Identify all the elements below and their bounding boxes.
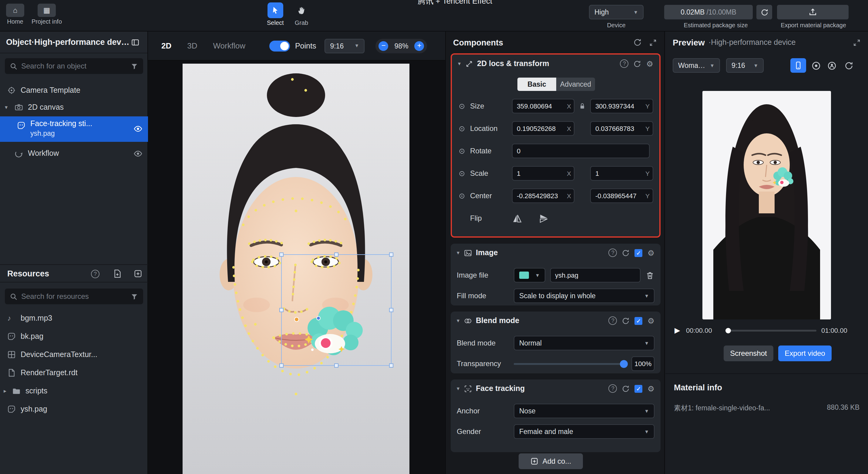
enabled-checkbox[interactable]: ✓ [635, 384, 643, 393]
zoom-in-button[interactable]: + [414, 41, 424, 50]
size-x-input[interactable]: X [512, 99, 575, 113]
resource-item[interactable]: ♪ bgm.mp3 [0, 310, 148, 326]
zoom-out-button[interactable]: − [378, 41, 388, 50]
keyframe-toggle-icon[interactable] [458, 192, 466, 200]
panel-toggle-icon[interactable] [131, 38, 140, 46]
help-icon[interactable]: ? [609, 316, 617, 325]
center-x-input[interactable]: X [512, 189, 575, 203]
home-button[interactable]: ⌂ Home [6, 4, 24, 25]
tab-basic[interactable]: Basic [518, 77, 556, 91]
slider-knob[interactable] [620, 360, 628, 368]
help-icon[interactable]: ? [620, 59, 629, 68]
rotate-input[interactable] [512, 144, 650, 158]
visibility-eye-icon[interactable] [133, 149, 143, 158]
enabled-checkbox[interactable]: ✓ [635, 317, 643, 325]
visibility-eye-icon[interactable] [133, 124, 143, 133]
keyframe-toggle-icon[interactable] [458, 147, 466, 155]
gender-select[interactable]: Female and male ▼ [514, 424, 654, 439]
keyframe-toggle-icon[interactable] [458, 125, 466, 132]
gear-icon[interactable]: ⚙ [648, 248, 654, 257]
tree-item-workflow[interactable]: Workflow [0, 145, 148, 161]
chevron-down-icon[interactable]: ▾ [458, 61, 461, 67]
chevron-down-icon[interactable]: ▾ [457, 250, 460, 256]
project-info-button[interactable]: ▦ Project info [32, 4, 62, 25]
center-y-input[interactable]: Y [590, 189, 653, 203]
flip-vertical-icon[interactable] [539, 213, 549, 223]
export-package-button[interactable] [777, 5, 848, 20]
fill-mode-select[interactable]: Scale to display in whole ▼ [514, 289, 654, 303]
enabled-checkbox[interactable]: ✓ [635, 249, 643, 257]
gear-icon[interactable]: ⚙ [648, 316, 654, 325]
chevron-right-icon[interactable]: ▸ [4, 388, 6, 394]
screenshot-button[interactable]: Screenshot [724, 345, 773, 361]
object-search[interactable] [5, 58, 143, 74]
tab-2d[interactable]: 2D [161, 41, 172, 50]
export-video-button[interactable]: Export video [778, 345, 832, 361]
collapse-panel-icon[interactable] [649, 38, 657, 46]
resource-item-scripts[interactable]: ▸ scripts [0, 383, 148, 399]
chevron-down-icon[interactable]: ▾ [5, 104, 8, 110]
timeline-knob[interactable] [725, 328, 731, 333]
gear-icon[interactable]: ⚙ [646, 59, 653, 68]
image-thumb-select[interactable]: ▼ [514, 268, 545, 282]
transparency-value[interactable] [631, 357, 654, 371]
keyframe-toggle-icon[interactable] [458, 102, 466, 110]
filter-icon[interactable] [130, 293, 138, 300]
add-component-button[interactable]: Add co... [519, 453, 583, 469]
flip-horizontal-icon[interactable] [512, 213, 522, 223]
location-x-input[interactable]: X [512, 121, 575, 136]
help-icon[interactable]: ? [609, 384, 617, 393]
record-toggle-icon[interactable] [811, 61, 821, 71]
trash-icon[interactable] [645, 271, 654, 280]
device-preview-button[interactable] [790, 58, 806, 73]
resources-search[interactable] [5, 289, 143, 304]
tab-workflow[interactable]: Workflow [213, 41, 245, 50]
chevron-down-icon[interactable]: ▾ [457, 317, 460, 324]
resource-item[interactable]: ysh.pag [0, 401, 148, 417]
preview-model-select[interactable]: Woman... ▼ [673, 58, 720, 73]
select-tool-button[interactable]: Select [267, 2, 284, 26]
grab-tool-button[interactable]: Grab [293, 2, 309, 26]
resource-item[interactable]: RenderTarget.rdt [0, 365, 148, 381]
reset-icon[interactable] [633, 60, 642, 68]
reset-icon[interactable] [622, 317, 630, 325]
size-y-input[interactable]: Y [590, 99, 653, 113]
points-toggle[interactable] [270, 40, 290, 51]
lock-icon[interactable] [579, 102, 586, 110]
avatar-toggle-icon[interactable] [827, 61, 837, 71]
canvas-portrait-image[interactable] [183, 64, 409, 474]
face-tracking-card-header[interactable]: ▾ Face tracking ? ✓ ⚙ [451, 379, 660, 398]
tab-advanced[interactable]: Advanced [556, 77, 595, 91]
reset-icon[interactable] [622, 249, 630, 257]
add-resource-icon[interactable] [133, 269, 143, 278]
timeline-slider[interactable] [725, 330, 816, 332]
object-search-input[interactable] [21, 62, 127, 70]
scale-x-input[interactable]: X [512, 166, 575, 181]
transparency-slider[interactable] [514, 363, 627, 365]
aspect-ratio-select[interactable]: 9:16 ▼ [324, 38, 365, 53]
play-button[interactable]: ▶ [675, 326, 680, 335]
image-card-header[interactable]: ▾ Image ? ✓ ⚙ [451, 244, 660, 262]
tab-3d[interactable]: 3D [187, 41, 197, 50]
tree-item-2d-canvas[interactable]: ▾ 2D canvas [0, 99, 148, 115]
anchor-select[interactable]: Nose ▼ [514, 404, 654, 418]
resource-item[interactable]: DeviceCameraTextur... [0, 347, 148, 363]
device-quality-select[interactable]: High ▼ [589, 5, 644, 20]
preview-aspect-select[interactable]: 9:16 ▼ [726, 58, 764, 73]
image-file-name[interactable] [550, 268, 641, 282]
reset-icon[interactable] [622, 384, 630, 393]
blend-mode-select[interactable]: Normal ▼ [514, 336, 654, 350]
new-file-icon[interactable] [113, 269, 122, 278]
transform-card-header[interactable]: ▾ 2D locs & transform ? ⚙ [452, 55, 659, 73]
collapse-panel-icon[interactable] [853, 38, 861, 46]
refresh-icon[interactable] [633, 38, 642, 47]
gear-icon[interactable]: ⚙ [648, 384, 654, 393]
tree-item-camera-template[interactable]: Camera Template [0, 82, 148, 98]
keyframe-toggle-icon[interactable] [458, 169, 466, 177]
resource-item[interactable]: bk.pag [0, 329, 148, 344]
refresh-preview-icon[interactable] [844, 61, 854, 70]
help-icon[interactable]: ? [609, 248, 617, 257]
scale-y-input[interactable]: Y [590, 166, 653, 181]
resources-search-input[interactable] [21, 292, 127, 301]
chevron-down-icon[interactable]: ▾ [457, 385, 460, 392]
